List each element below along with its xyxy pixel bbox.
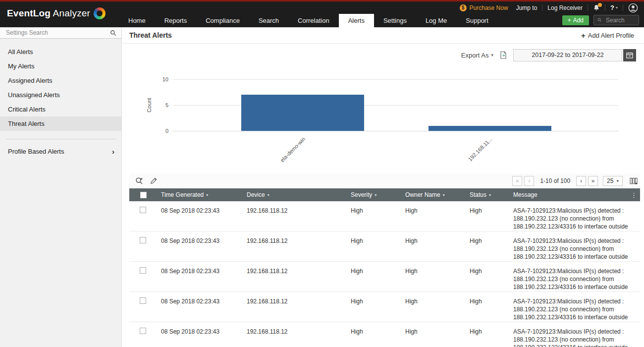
log-receiver-link[interactable]: Log Receiver — [547, 4, 583, 11]
cell-message: ASA-7-1029123:Malicious IP(s) detected :… — [509, 292, 640, 322]
tab-log-me[interactable]: Log Me — [416, 14, 456, 27]
table-row[interactable]: 08 Sep 2018 02:23:43 192.168.118.12 High… — [129, 262, 640, 292]
main-nav-tabs: Home Reports Compliance Search Correlati… — [119, 14, 498, 27]
help-menu[interactable]: ? ▾ — [610, 4, 618, 11]
date-range-display[interactable]: 2017-09-22 to 2017-09-22 — [513, 49, 622, 61]
tab-correlation[interactable]: Correlation — [288, 14, 339, 27]
cell-device: 192.168.118.12 — [243, 201, 347, 231]
column-header-severity[interactable]: Severity▾ — [347, 191, 401, 198]
column-header-time-generated[interactable]: Time Generated▾ — [157, 191, 243, 198]
main-content: Threat Alerts + Add Alert Profile Export… — [122, 27, 644, 347]
pager-last-button[interactable]: » — [588, 176, 598, 186]
cell-status: High — [466, 231, 509, 261]
topbar-actions: + Add — [562, 15, 639, 25]
column-header-device[interactable]: Device▾ — [243, 191, 347, 198]
sidebar-item-threat-alerts[interactable]: Threat Alerts — [0, 116, 121, 131]
column-chooser-icon — [630, 177, 638, 185]
app-logo[interactable]: EventLog Analyzer — [7, 7, 106, 19]
export-file-icon — [499, 51, 507, 59]
column-chooser-button[interactable] — [630, 177, 638, 185]
tab-alerts[interactable]: Alerts — [339, 14, 374, 27]
settings-search-input[interactable] — [5, 29, 110, 37]
gridline — [173, 79, 618, 80]
add-alert-profile-button[interactable]: + Add Alert Profile — [581, 32, 634, 39]
pager-first-button[interactable]: « — [512, 176, 522, 186]
calendar-icon — [626, 52, 633, 58]
add-button[interactable]: + Add — [562, 15, 589, 25]
checkbox-cell — [129, 231, 157, 261]
user-menu[interactable] — [628, 3, 638, 13]
sidebar-item-profile-based-alerts[interactable]: Profile Based Alerts › — [0, 143, 121, 160]
plus-icon: + — [568, 17, 571, 24]
settings-search-box[interactable] — [0, 27, 121, 39]
pager-prev-button[interactable]: ‹ — [524, 176, 534, 186]
calendar-button[interactable] — [623, 49, 636, 61]
tab-home[interactable]: Home — [119, 14, 155, 27]
cell-owner-name: High — [401, 231, 466, 261]
chart-plot-area: 10 5 0 Count ela-demo-win 192.168.11... — [173, 79, 618, 131]
page-size-select[interactable]: 25 ▾ — [603, 176, 623, 186]
cell-device: 192.168.118.12 — [243, 292, 347, 322]
export-as-dropdown[interactable]: Export As ▾ — [461, 52, 493, 59]
sidebar-item-all-alerts[interactable]: All Alerts — [0, 45, 121, 59]
cell-time-generated: 08 Sep 2018 02:23:43 — [157, 201, 243, 231]
tab-support[interactable]: Support — [456, 14, 498, 27]
tab-settings[interactable]: Settings — [374, 14, 416, 27]
tab-reports[interactable]: Reports — [155, 14, 197, 27]
purchase-now-link[interactable]: $ Purchase Now — [460, 4, 508, 11]
column-menu-icon[interactable]: ⋮ — [631, 191, 637, 199]
divider — [623, 4, 623, 11]
row-checkbox[interactable] — [140, 237, 146, 243]
cell-owner-name: High — [401, 322, 466, 347]
cell-owner-name: High — [401, 262, 466, 291]
row-checkbox[interactable] — [140, 297, 146, 304]
cell-severity: High — [347, 201, 401, 231]
export-and-date-row: Export As ▾ 2017-09-22 to 2017-09-22 — [122, 48, 644, 62]
checkbox-cell — [129, 292, 157, 322]
cell-time-generated: 08 Sep 2018 02:23:43 — [157, 262, 243, 291]
caret-down-icon: ▾ — [206, 193, 208, 197]
chevron-right-icon: › — [112, 148, 114, 155]
table-row[interactable]: 08 Sep 2018 02:23:43 192.168.118.12 High… — [129, 322, 640, 347]
utility-bar: $ Purchase Now Jump to Log Receiver ? ▾ — [460, 1, 638, 14]
sidebar-item-unassigned-alerts[interactable]: Unassigned Alerts — [0, 88, 121, 102]
table-row[interactable]: 08 Sep 2018 02:23:43 192.168.118.12 High… — [129, 231, 640, 262]
tab-compliance[interactable]: Compliance — [196, 14, 249, 27]
chart-bar[interactable] — [429, 126, 551, 131]
table-row[interactable]: 08 Sep 2018 02:23:43 192.168.118.12 High… — [129, 292, 640, 322]
date-range-picker[interactable]: 2017-09-22 to 2017-09-22 — [513, 49, 636, 61]
sidebar-item-assigned-alerts[interactable]: Assigned Alerts — [0, 73, 121, 88]
caret-down-icon: ▾ — [443, 193, 445, 197]
x-axis-line — [173, 131, 618, 131]
table-row[interactable]: 08 Sep 2018 02:23:43 192.168.118.12 High… — [129, 201, 640, 231]
column-header-message[interactable]: Message⋮ — [509, 191, 640, 198]
coin-icon: $ — [460, 4, 467, 11]
sidebar-item-critical-alerts[interactable]: Critical Alerts — [0, 102, 121, 116]
edit-alerts-button[interactable] — [150, 177, 157, 184]
global-search-input[interactable] — [605, 16, 635, 24]
row-checkbox[interactable] — [140, 328, 146, 334]
notifications-button[interactable] — [593, 4, 600, 11]
jump-to-link[interactable]: Jump to — [516, 4, 537, 11]
global-search-box[interactable] — [593, 15, 639, 25]
tab-search[interactable]: Search — [249, 14, 288, 27]
select-all-checkbox[interactable] — [140, 192, 147, 198]
row-checkbox[interactable] — [140, 207, 146, 213]
cell-severity: High — [347, 322, 401, 347]
logo-text: EventLog Analyzer — [7, 8, 90, 19]
table-search-button[interactable] — [135, 177, 143, 185]
column-header-status[interactable]: Status▾ — [466, 191, 509, 198]
schedule-report-button[interactable] — [499, 51, 507, 59]
chart-bar[interactable] — [241, 95, 364, 131]
row-checkbox[interactable] — [140, 267, 146, 274]
cell-time-generated: 08 Sep 2018 02:23:43 — [157, 231, 243, 261]
sidebar-item-my-alerts[interactable]: My Alerts — [0, 59, 121, 73]
cell-owner-name: High — [401, 292, 466, 322]
column-header-owner-name[interactable]: Owner Name▾ — [401, 191, 466, 198]
pager-next-button[interactable]: › — [576, 176, 586, 186]
caret-down-icon: ▾ — [375, 193, 376, 197]
header-checkbox-cell — [129, 192, 157, 198]
cell-severity: High — [347, 292, 401, 322]
x-tick-label: ela-demo-win — [279, 136, 306, 163]
chevron-down-icon: ▾ — [616, 5, 618, 10]
